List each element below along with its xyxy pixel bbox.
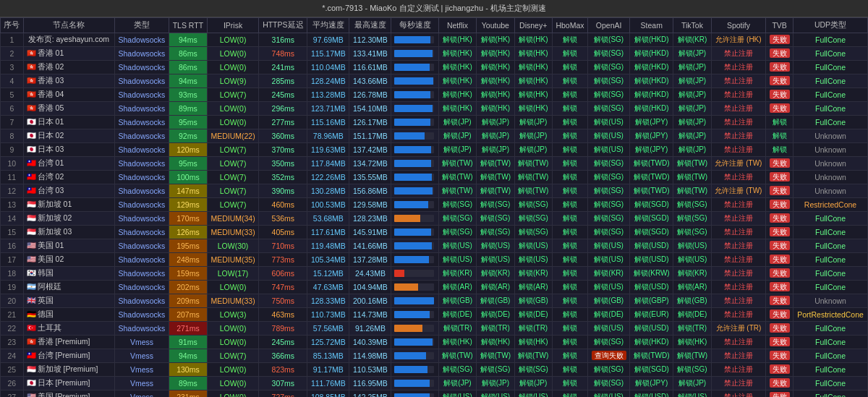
youtube-cell: 解锁(TW) <box>477 171 514 184</box>
netflix-cell: 解锁(HK) <box>438 102 476 116</box>
disney-cell: 解锁(GB) <box>514 294 552 308</box>
tiktok-cell: 解锁(JP) <box>673 102 711 116</box>
table-header-row: 序号 节点名称 类型 TLS RTT IPrisk HTTPS延迟 平均速度 最… <box>1 18 868 33</box>
tvb-cell: 失败 <box>766 239 793 253</box>
youtube-cell: 解锁(SG) <box>477 363 514 377</box>
steam-cell: 解锁(TWD) <box>630 349 673 363</box>
iprisk-cell: LOW(7) <box>207 184 259 198</box>
udp-cell: FullCone <box>793 377 868 390</box>
spotify-cell: 允许注册 (HK) <box>711 33 766 47</box>
rtt-cell: 248ms <box>169 253 208 267</box>
speed-bar-cell <box>391 390 438 398</box>
speed-bar-cell <box>391 116 438 129</box>
https-delay: 606ms <box>259 267 307 281</box>
max-speed: 126.17MB <box>349 116 391 129</box>
avg-speed: 47.63MB <box>307 281 349 294</box>
max-speed: 129.58MB <box>349 198 391 212</box>
col-id: 序号 <box>1 18 24 33</box>
iprisk-cell: LOW(0) <box>207 102 259 116</box>
udp-cell: FullCone <box>793 239 868 253</box>
node-name: 🇭🇰香港 04 <box>23 88 114 102</box>
steam-cell: 解锁(SGD) <box>630 212 673 226</box>
disney-cell: 解锁(JP) <box>514 143 552 157</box>
rtt-cell: 126ms <box>169 226 208 239</box>
node-type: Shadowsocks <box>114 308 169 322</box>
max-speed: 135.55MB <box>349 171 391 184</box>
tiktok-cell: 解锁(JP) <box>673 377 711 390</box>
youtube-cell: 解锁(HK) <box>477 74 514 88</box>
avg-speed: 78.96MB <box>307 129 349 143</box>
hbo-cell: 解锁 <box>552 267 587 281</box>
tiktok-cell: 解锁(KR) <box>673 33 711 47</box>
flag-icon: 🇦🇷 <box>27 282 36 291</box>
row-id: 27 <box>1 390 24 398</box>
rtt-cell: 91ms <box>169 336 208 349</box>
openai-cell: 解锁(SG) <box>588 74 630 88</box>
speed-bar-cell <box>391 143 438 157</box>
iprisk-cell: LOW(9) <box>207 74 259 88</box>
node-name: 🇯🇵日本 02 <box>23 129 114 143</box>
tvb-cell: 失败 <box>766 88 793 102</box>
spotify-cell: 禁止注册 <box>711 116 766 129</box>
flag-icon: 🇯🇵 <box>27 145 36 153</box>
steam-cell: 解锁(HKD) <box>630 74 673 88</box>
https-delay: 370ms <box>259 143 307 157</box>
netflix-cell: 解锁(HK) <box>438 33 476 47</box>
steam-cell: 解锁(GBP) <box>630 294 673 308</box>
iprisk-cell: LOW(0) <box>207 116 259 129</box>
openai-cell: 解锁(US) <box>588 390 630 398</box>
node-name: 🇯🇵日本 [Premium] <box>23 377 114 390</box>
avg-speed: 113.28MB <box>307 88 349 102</box>
max-speed: 141.66MB <box>349 239 391 253</box>
udp-cell: FullCone <box>793 267 868 281</box>
spotify-cell: 禁止注册 <box>711 171 766 184</box>
col-tls: TLS RTT <box>169 18 208 33</box>
col-https: HTTPS延迟 <box>259 18 307 33</box>
disney-cell: 解锁(JP) <box>514 377 552 390</box>
tiktok-cell: 解锁(US) <box>673 253 711 267</box>
iprisk-cell: LOW(7) <box>207 349 259 363</box>
speed-bar-cell <box>391 212 438 226</box>
hbo-cell: 解锁 <box>552 74 587 88</box>
avg-speed: 15.12MB <box>307 267 349 281</box>
youtube-cell: 解锁(GB) <box>477 294 514 308</box>
row-id: 23 <box>1 336 24 349</box>
node-type: Shadowsocks <box>114 61 169 74</box>
https-delay: 727ms <box>259 390 307 398</box>
iprisk-cell: LOW(0) <box>207 33 259 47</box>
row-id: 16 <box>1 239 24 253</box>
col-persec: 每秒速度 <box>391 18 438 33</box>
iprisk-cell: MEDIUM(35) <box>207 253 259 267</box>
udp-cell: Unknown <box>793 184 868 198</box>
node-type: Shadowsocks <box>114 184 169 198</box>
https-delay: 245ms <box>259 336 307 349</box>
tiktok-cell: 解锁(US) <box>673 239 711 253</box>
row-id: 6 <box>1 102 24 116</box>
tiktok-cell: 解锁(SG) <box>673 212 711 226</box>
youtube-cell: 解锁(TW) <box>477 184 514 198</box>
hbo-cell: 解锁 <box>552 212 587 226</box>
flag-icon: 🇹🇼 <box>27 172 36 181</box>
row-id: 18 <box>1 267 24 281</box>
udp-cell: FullCone <box>793 33 868 47</box>
avg-speed: 117.61MB <box>307 226 349 239</box>
tiktok-cell: 解锁(JP) <box>673 129 711 143</box>
tvb-cell: 失败 <box>766 281 793 294</box>
spotify-cell: 禁止注册 <box>711 102 766 116</box>
avg-speed: 115.17MB <box>307 47 349 61</box>
steam-cell: 解锁(USD) <box>630 281 673 294</box>
speed-bar-cell <box>391 61 438 74</box>
disney-cell: 解锁(US) <box>514 253 552 267</box>
udp-cell: FullCone <box>793 390 868 398</box>
netflix-cell: 解锁(TW) <box>438 184 476 198</box>
netflix-cell: 解锁(JP) <box>438 116 476 129</box>
rtt-cell: 89ms <box>169 377 208 390</box>
rtt-cell: 209ms <box>169 294 208 308</box>
youtube-cell: 解锁(JP) <box>477 129 514 143</box>
openai-cell: 解锁(US) <box>588 239 630 253</box>
iprisk-cell: LOW(17) <box>207 267 259 281</box>
spotify-cell: 允许注册 (TW) <box>711 157 766 171</box>
spotify-cell: 禁止注册 <box>711 253 766 267</box>
spotify-cell: 禁止注册 <box>711 47 766 61</box>
table-row: 22 🇹🇷土耳其 Shadowsocks 271ms LOW(0) 789ms … <box>1 322 868 336</box>
